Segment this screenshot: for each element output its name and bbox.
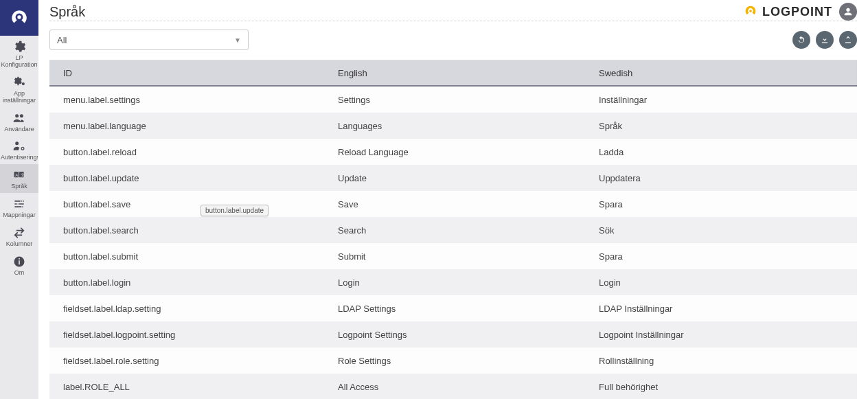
cell-swedish: Spara — [585, 199, 857, 209]
svg-text:文: 文 — [21, 172, 25, 177]
sidebar-item-label: LP Konfiguration — [1, 55, 37, 69]
sidebar-item-lp-konfiguration[interactable]: LP Konfiguration — [0, 36, 38, 71]
cell-id: button.label.search — [49, 225, 324, 236]
cell-english: Role Settings — [324, 356, 585, 366]
table-row[interactable]: label.ROLE_ALLAll AccessFull behörighet — [49, 374, 857, 399]
table-row[interactable]: button.label.reloadReload LanguageLadda — [49, 139, 857, 165]
col-header-english[interactable]: English — [324, 68, 585, 78]
cell-english: Languages — [324, 121, 585, 131]
cell-id: fieldset.label.logpoint.setting — [49, 330, 324, 340]
svg-text:A: A — [15, 173, 18, 177]
table-row[interactable]: menu.label.languageLanguagesSpråk — [49, 113, 857, 139]
user-avatar[interactable] — [839, 3, 857, 21]
sidebar-item-om[interactable]: Om — [0, 251, 38, 280]
cell-english: Login — [324, 277, 585, 288]
sidebar-item-label: Användare — [4, 126, 34, 133]
sidebar-item-app-installningar[interactable]: App inställningar — [0, 71, 38, 107]
upload-icon — [843, 35, 853, 45]
users-cog-icon — [12, 139, 26, 153]
action-buttons — [792, 31, 857, 49]
toolbar: All ▼ — [49, 30, 857, 50]
cell-english: Settings — [324, 95, 585, 105]
cell-swedish: Logpoint Inställningar — [585, 330, 857, 340]
cell-english: Save — [324, 199, 585, 209]
main-content: Språk LOGPOINT All ▼ — [38, 0, 868, 399]
table-row[interactable]: button.label.loginLoginLogin — [49, 269, 857, 295]
cell-swedish: Uppdatera — [585, 173, 857, 183]
topbar: Språk LOGPOINT — [49, 3, 857, 21]
sidebar-item-label: Mappningar — [3, 212, 36, 219]
app-logo[interactable] — [0, 0, 38, 36]
svg-point-8 — [749, 10, 752, 12]
sidebar-item-autentisering[interactable]: Autentiseringsins — [0, 135, 38, 164]
cell-english: Search — [324, 225, 585, 236]
table-row[interactable]: menu.label.settingsSettingsInställningar — [49, 87, 857, 113]
sidebar-item-kolumner[interactable]: Kolumner — [0, 222, 38, 251]
filter-select[interactable]: All ▼ — [49, 30, 249, 50]
download-button[interactable] — [816, 31, 834, 49]
cell-swedish: Spara — [585, 251, 857, 262]
table-row[interactable]: button.label.submitSubmitSpara — [49, 243, 857, 269]
language-icon: A文 — [12, 168, 26, 182]
sidebar-item-anvandare[interactable]: Användare — [0, 107, 38, 136]
upload-button[interactable] — [839, 31, 857, 49]
cell-id: button.label.submit — [49, 251, 324, 262]
refresh-button[interactable] — [792, 31, 810, 49]
sidebar-item-mappningar[interactable]: Mappningar — [0, 193, 38, 222]
sidebar-item-label: Språk — [11, 183, 27, 190]
cell-english: LDAP Settings — [324, 304, 585, 314]
cell-english: Logpoint Settings — [324, 330, 585, 340]
table-row[interactable]: button.label.savebutton.label.updateSave… — [49, 191, 857, 217]
cell-english: Reload Language — [324, 147, 585, 157]
table-row[interactable]: button.label.searchSearchSök — [49, 217, 857, 243]
cell-english: All Access — [324, 382, 585, 392]
cell-swedish: Full behörighet — [585, 382, 857, 392]
table-row[interactable]: fieldset.label.role.settingRole Settings… — [49, 347, 857, 374]
info-icon — [12, 255, 26, 269]
svg-point-0 — [17, 15, 21, 19]
chevron-down-icon: ▼ — [234, 36, 241, 44]
col-header-swedish[interactable]: Swedish — [585, 68, 857, 78]
cell-id: menu.label.settings — [49, 95, 324, 105]
brand-area: LOGPOINT — [743, 3, 857, 21]
table-row[interactable]: fieldset.label.ldap.settingLDAP Settings… — [49, 295, 857, 321]
sidebar-item-sprak[interactable]: A文 Språk — [0, 164, 38, 193]
cell-swedish: Språk — [585, 121, 857, 131]
gears-icon — [12, 76, 26, 89]
sidebar-item-label: Kolumner — [6, 241, 33, 248]
page-title: Språk — [49, 4, 85, 20]
cell-id: button.label.reload — [49, 147, 324, 157]
cell-swedish: Ladda — [585, 147, 857, 157]
translations-table: ID English Swedish menu.label.settingsSe… — [49, 60, 857, 399]
app-root: LP Konfiguration App inställningar Använ… — [0, 0, 868, 399]
col-header-id[interactable]: ID — [49, 68, 324, 78]
logpoint-mark-icon — [743, 4, 758, 19]
cell-id: fieldset.label.role.setting — [49, 356, 324, 366]
download-icon — [820, 35, 830, 45]
users-icon — [12, 111, 26, 125]
user-icon — [843, 6, 854, 17]
logpoint-mark-icon — [10, 9, 28, 27]
cell-swedish: Login — [585, 277, 857, 288]
cell-swedish: Inställningar — [585, 95, 857, 105]
svg-rect-6 — [19, 260, 20, 264]
table-body: menu.label.settingsSettingsInställningar… — [49, 87, 857, 399]
svg-rect-7 — [19, 258, 20, 260]
sidebar: LP Konfiguration App inställningar Använ… — [0, 0, 38, 399]
cell-id: label.ROLE_ALL — [49, 382, 324, 392]
cell-swedish: LDAP Inställningar — [585, 304, 857, 314]
filter-selected-value: All — [57, 35, 67, 45]
sidebar-item-label: Autentiseringsins — [1, 155, 38, 161]
table-row[interactable]: fieldset.label.logpoint.settingLogpoint … — [49, 321, 857, 347]
cell-id: fieldset.label.ldap.setting — [49, 304, 324, 314]
brand-text: LOGPOINT — [762, 5, 832, 19]
sidebar-item-label: Om — [14, 270, 25, 277]
sidebar-item-label: App inställningar — [1, 91, 37, 104]
brand-logo: LOGPOINT — [743, 4, 832, 19]
cell-id: button.label.login — [49, 277, 324, 288]
table-row[interactable]: button.label.updateUpdateUppdatera — [49, 165, 857, 191]
tooltip: button.label.update — [201, 205, 269, 216]
sliders-icon — [12, 197, 26, 211]
swap-icon — [12, 226, 26, 240]
cell-swedish: Sök — [585, 225, 857, 236]
